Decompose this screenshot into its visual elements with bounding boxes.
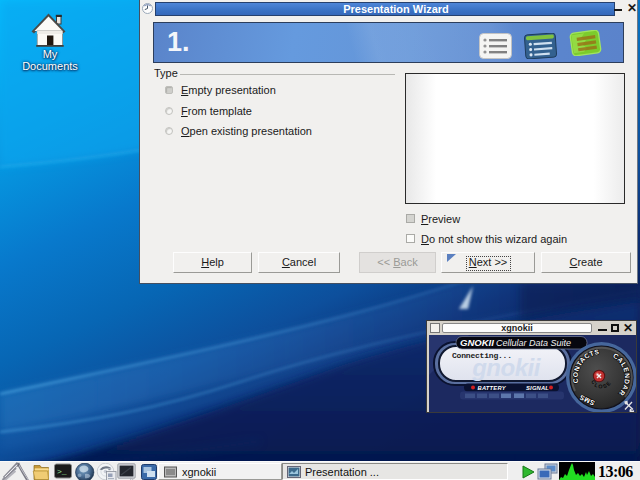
svg-text:Cellular Data Suite: Cellular Data Suite xyxy=(496,338,571,348)
svg-text:SIGNAL: SIGNAL xyxy=(526,385,549,391)
svg-text:GNOKII: GNOKII xyxy=(460,337,494,348)
svg-text:BATTERY: BATTERY xyxy=(478,385,507,391)
svg-text:>_: >_ xyxy=(57,467,67,476)
svg-text:Connecting...: Connecting... xyxy=(452,351,512,360)
